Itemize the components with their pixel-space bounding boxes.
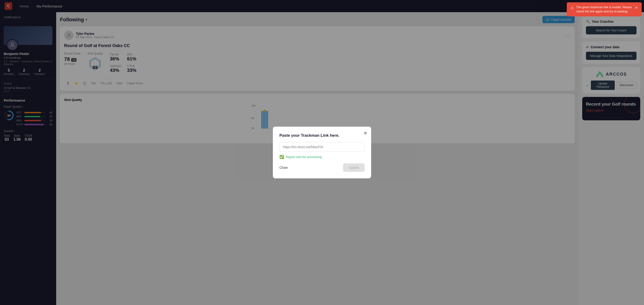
modal-overlay[interactable]: Paste your Trackman Link here. ✕ ✅ Repor… (0, 0, 644, 305)
success-icon: ✅ (280, 155, 284, 159)
warning-icon: ⚠ (570, 6, 574, 10)
trackman-link-input[interactable] (280, 142, 364, 152)
modal-submit-button[interactable]: Submit (343, 164, 364, 172)
modal-footer: Close Submit (280, 164, 364, 172)
modal-title: Paste your Trackman Link here. (280, 133, 364, 138)
error-banner-close[interactable]: ✕ (635, 5, 638, 10)
error-banner: ⚠ The given trackman link is invalid. Pl… (567, 2, 642, 16)
modal-success-message: ✅ Report sent for processing (280, 155, 364, 159)
modal-close-x-button[interactable]: ✕ (364, 130, 368, 136)
trackman-modal: Paste your Trackman Link here. ✕ ✅ Repor… (273, 127, 371, 178)
modal-close-button[interactable]: Close (280, 166, 288, 170)
success-text: Report sent for processing (286, 155, 322, 159)
error-banner-message: The given trackman link is invalid. Plea… (576, 5, 632, 14)
